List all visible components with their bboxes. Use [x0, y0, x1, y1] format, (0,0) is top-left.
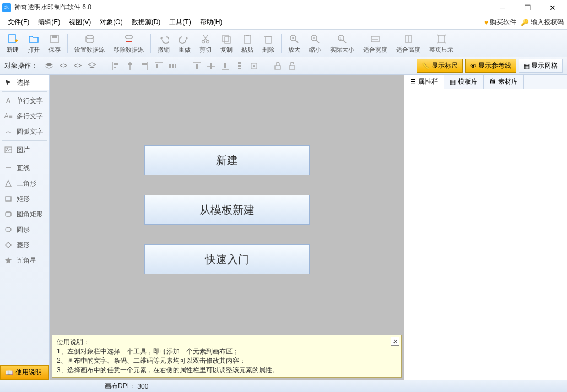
tb-fit-page[interactable]: 整页显示: [425, 32, 458, 55]
tool-image[interactable]: 图片: [0, 142, 49, 157]
tb-redo[interactable]: 重做: [174, 32, 195, 55]
tb-save[interactable]: 保存: [44, 32, 65, 55]
menu-datasource[interactable]: 数据源(D): [127, 17, 165, 28]
toggle-ruler[interactable]: 📏显示标尺: [417, 59, 463, 73]
copy-icon: [220, 33, 233, 45]
tb-actual-size[interactable]: 1实际大小: [326, 32, 359, 55]
tool-single-text[interactable]: A单行文字: [0, 93, 49, 108]
tab-assets[interactable]: 🏛素材库: [484, 75, 524, 89]
delete-icon: [262, 33, 274, 45]
help-close-button[interactable]: ✕: [391, 337, 399, 346]
toggle-guide[interactable]: 👁显示参考线: [465, 59, 516, 73]
open-icon: [28, 33, 40, 45]
svg-rect-34: [114, 63, 118, 65]
maximize-button[interactable]: ☐: [515, 0, 540, 15]
multitext-icon: A≡: [3, 111, 13, 121]
tool-multi-text[interactable]: A≡多行文字: [0, 108, 49, 124]
toggle-grid[interactable]: ▦显示网格: [519, 59, 563, 73]
layer-up-icon[interactable]: [57, 60, 69, 72]
svg-rect-32: [438, 36, 445, 42]
tool-triangle[interactable]: 三角形: [0, 176, 49, 191]
dist-v-icon[interactable]: [234, 60, 246, 72]
align-m-icon[interactable]: [205, 60, 217, 72]
svg-rect-44: [175, 64, 176, 68]
tool-diamond[interactable]: 菱形: [0, 237, 49, 253]
tool-star[interactable]: 五角星: [0, 253, 49, 268]
tb-zoom-out[interactable]: 缩小: [305, 32, 326, 55]
minimize-button[interactable]: ─: [490, 0, 515, 15]
fith-icon: [402, 33, 414, 45]
lock-icon[interactable]: [272, 60, 284, 72]
tb-paste[interactable]: 粘贴: [237, 32, 258, 55]
svg-line-26: [343, 40, 346, 43]
svg-line-19: [295, 40, 298, 43]
tb-set-datasource[interactable]: 设置数据源: [70, 32, 109, 55]
license-link[interactable]: 🔑输入授权码: [521, 18, 564, 27]
menu-edit[interactable]: 编辑(E): [34, 17, 64, 28]
text-icon: A: [3, 96, 13, 106]
dist-h-icon[interactable]: [167, 60, 179, 72]
pointer-icon: [3, 78, 13, 88]
svg-rect-16: [266, 37, 271, 43]
svg-point-9: [207, 40, 209, 43]
svg-point-55: [253, 65, 255, 67]
svg-rect-39: [142, 63, 147, 65]
template-icon: ▦: [450, 78, 456, 86]
start-template[interactable]: 从模板新建: [144, 195, 310, 225]
svg-rect-61: [6, 197, 11, 201]
tb-undo[interactable]: 撤销: [153, 32, 174, 55]
align-left-icon[interactable]: [110, 60, 122, 72]
tb-fit-width[interactable]: 适合宽度: [359, 32, 392, 55]
tb-cut[interactable]: 剪切: [195, 32, 216, 55]
svg-point-8: [202, 40, 205, 43]
arctext-icon: [3, 127, 13, 137]
layer-down-icon[interactable]: [72, 60, 84, 72]
align-t-icon[interactable]: [191, 60, 203, 72]
tb-open[interactable]: 打开: [23, 32, 44, 55]
align-b-icon[interactable]: [219, 60, 231, 72]
cut-icon: [199, 33, 212, 45]
key-icon: 🔑: [521, 19, 529, 26]
svg-line-23: [316, 40, 319, 43]
tb-zoom-in[interactable]: 放大: [284, 32, 305, 55]
align-top-icon[interactable]: [153, 60, 165, 72]
tb-delete[interactable]: 删除: [258, 32, 279, 55]
status-dpi: 画布DPI： 300: [99, 380, 154, 392]
start-new[interactable]: 新建: [144, 145, 310, 175]
menu-help[interactable]: 帮助(H): [196, 17, 227, 28]
object-ops-bar: 对象操作： 📏显示标尺 👁显示参考线 ▦显示网格: [0, 57, 567, 75]
start-quickstart[interactable]: 快速入门: [144, 244, 310, 274]
menu-file[interactable]: 文件(F): [3, 17, 34, 28]
svg-rect-42: [169, 64, 171, 68]
menu-object[interactable]: 对象(O): [95, 17, 127, 28]
rect-icon: [3, 194, 13, 204]
help-tab[interactable]: 📖使用说明: [0, 365, 49, 380]
tool-rect[interactable]: 矩形: [0, 191, 49, 206]
menu-view[interactable]: 视图(V): [64, 17, 95, 28]
tab-templates[interactable]: ▦模板库: [444, 75, 484, 89]
buy-link[interactable]: ♥购买软件: [484, 18, 516, 27]
layer-icon[interactable]: [43, 60, 55, 72]
tool-roundrect[interactable]: 圆角矩形: [0, 206, 49, 222]
tb-fit-height[interactable]: 适合高度: [392, 32, 425, 55]
svg-rect-4: [52, 35, 57, 38]
tab-properties[interactable]: ☰属性栏: [404, 75, 444, 89]
close-button[interactable]: ✕: [540, 0, 565, 15]
db-icon: [84, 33, 96, 45]
title-bar: 水 神奇透明水印制作软件 6.0 ─ ☐ ✕: [0, 0, 567, 15]
menu-tools[interactable]: 工具(T): [165, 17, 195, 28]
tool-circle[interactable]: 圆形: [0, 222, 49, 237]
tool-line[interactable]: 直线: [0, 160, 49, 176]
layer-bottom-icon[interactable]: [86, 60, 98, 72]
tool-select[interactable]: 选择: [0, 75, 49, 90]
tb-remove-datasource[interactable]: 移除数据源: [109, 32, 148, 55]
align-right-icon[interactable]: [138, 60, 150, 72]
main-toolbar: 新建 打开 保存 设置数据源 移除数据源 撤销 重做 剪切 复制 粘贴 删除 放…: [0, 30, 567, 57]
unlock-icon[interactable]: [286, 60, 298, 72]
center-icon[interactable]: [248, 60, 260, 72]
align-center-icon[interactable]: [124, 60, 136, 72]
tool-arc-text[interactable]: 圆弧文字: [0, 124, 49, 139]
tb-copy[interactable]: 复制: [216, 32, 237, 55]
fitw-icon: [369, 33, 381, 45]
tb-new[interactable]: 新建: [2, 32, 23, 55]
